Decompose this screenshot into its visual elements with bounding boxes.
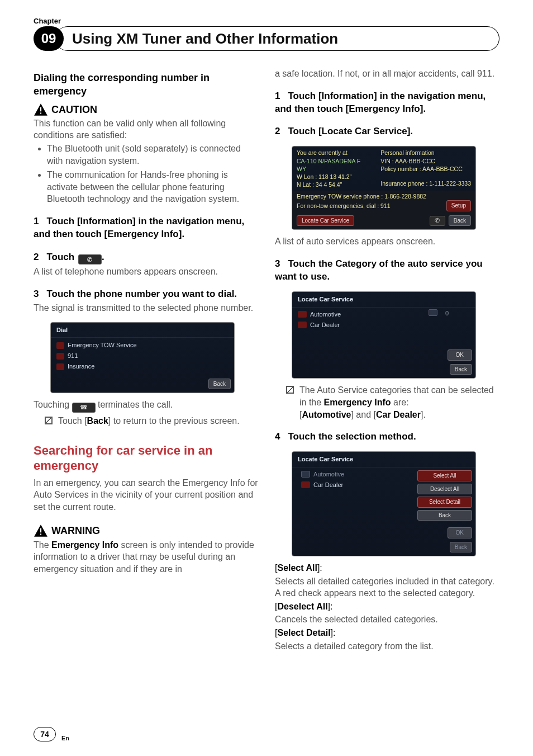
note-back-text: Touch [Back] to return to the previous s… bbox=[58, 415, 240, 427]
txt-bold: Select Detail bbox=[277, 628, 330, 637]
caution-bullets: The Bluetooth unit (sold separately) is … bbox=[34, 143, 258, 205]
chapter-title: Using XM Tuner and Other Information bbox=[72, 30, 338, 48]
caution-label: CAUTION bbox=[51, 103, 97, 116]
ss-locate2-list: Automotive Car Dealer bbox=[292, 467, 414, 525]
left-column: Dialing the corresponding number in emer… bbox=[34, 67, 258, 653]
svg-rect-1 bbox=[40, 107, 41, 111]
ss-locate1-footer2: Back bbox=[292, 364, 475, 379]
after-ss-info: A list of auto services appears onscreen… bbox=[275, 235, 499, 248]
caution-header: CAUTION bbox=[34, 103, 258, 116]
ss-locate1-title: Locate Car Service bbox=[292, 292, 475, 308]
step-text: Touch the Category of the auto service y… bbox=[275, 258, 483, 282]
ss-dial-item: 911 bbox=[68, 352, 78, 360]
content-columns: Dialing the corresponding number in emer… bbox=[34, 67, 499, 653]
ss-line: Insurance phone : 1-111-222-3333 bbox=[380, 179, 471, 187]
phone-icon: ✆ bbox=[430, 216, 445, 226]
ss-back-button: Back bbox=[417, 510, 472, 521]
note-back: Touch [Back] to return to the previous s… bbox=[34, 415, 258, 427]
step-text-b: . bbox=[102, 252, 104, 262]
ss-ok-button: OK bbox=[448, 349, 472, 361]
ss-dial-row: 911 bbox=[51, 351, 234, 361]
step-text-a: Touch bbox=[46, 252, 77, 262]
touching-b: terminates the call. bbox=[96, 400, 173, 409]
after-step3: The signal is transmitted to the selecte… bbox=[34, 302, 258, 314]
svg-rect-4 bbox=[40, 528, 41, 533]
txt-bold: Car Dealer bbox=[376, 410, 421, 419]
txt: Touch [ bbox=[58, 416, 87, 426]
step-text: Touch the selection method. bbox=[288, 431, 416, 442]
ss-dial-row: Insurance bbox=[51, 361, 234, 372]
ss-setup-button: Setup bbox=[446, 200, 471, 211]
step-text: Touch the phone number you want to dial. bbox=[46, 289, 237, 299]
svg-rect-2 bbox=[40, 112, 41, 114]
ss-cat-label: Car Dealer bbox=[313, 481, 343, 489]
ss-back-button: Back bbox=[450, 364, 472, 375]
step-number: 1 bbox=[275, 91, 280, 101]
right-step-2: 2Touch [Locate Car Service]. bbox=[275, 125, 499, 138]
svg-rect-5 bbox=[40, 534, 41, 535]
ss-line: CA-110 N/PASADENA F bbox=[297, 157, 372, 165]
txt: The bbox=[34, 540, 51, 550]
note-marker-icon bbox=[45, 417, 53, 424]
txt-bold: Select All bbox=[277, 563, 317, 573]
after-step2: A list of telephone numbers appears onsc… bbox=[34, 266, 258, 278]
section-search-car-service: Searching for car service in an emergenc… bbox=[34, 443, 258, 474]
ss-line: W Lon : 118 13 41.2" bbox=[297, 173, 372, 181]
txt-bold: Emergency Info bbox=[51, 540, 118, 550]
right-step-1: 1Touch [Information] in the navigation m… bbox=[275, 90, 499, 116]
ss-info-left: You are currently at CA-110 N/PASADENA F… bbox=[292, 147, 376, 191]
ss-info-right: Personal information VIN : AAA-BBB-CCC P… bbox=[376, 147, 475, 191]
warning-continuation: a safe location. If not, or in all major… bbox=[275, 68, 499, 80]
def-select-all-label: [Select All]: bbox=[275, 562, 499, 574]
ss-line: VIN : AAA-BBB-CCC bbox=[380, 157, 471, 165]
caution-icon bbox=[34, 103, 48, 116]
ss-locate2-title: Locate Car Service bbox=[292, 452, 475, 467]
screenshot-dial: Dial Emergency TOW Service 911 Insurance… bbox=[50, 322, 235, 394]
list-marker-icon bbox=[56, 342, 64, 349]
note-marker-icon bbox=[286, 386, 294, 394]
ss-dial-footer: Back bbox=[51, 376, 234, 393]
ss-cat-label: Automotive bbox=[313, 470, 344, 479]
left-step-3: 3Touch the phone number you want to dial… bbox=[34, 288, 258, 301]
list-marker-icon bbox=[56, 353, 64, 360]
list-marker-icon bbox=[56, 363, 64, 370]
step-number: 2 bbox=[275, 126, 280, 136]
step-number: 2 bbox=[34, 252, 39, 262]
ss-cat-row: Car Dealer bbox=[292, 320, 425, 330]
def-select-all-text: Selects all detailed categories included… bbox=[275, 575, 499, 599]
def-deselect-all-text: Cancels the selected detailed categories… bbox=[275, 613, 499, 626]
ss-back-button: Back bbox=[449, 215, 471, 226]
ss-locate2-footer: OK bbox=[292, 525, 475, 542]
txt: ] and [ bbox=[351, 410, 375, 419]
step-number: 4 bbox=[275, 431, 280, 442]
page-footer: 74 En bbox=[34, 727, 69, 741]
ss-line: You are currently at bbox=[297, 149, 372, 157]
txt-bold: Automotive bbox=[302, 410, 351, 419]
note-categories: The Auto Service categories that can be … bbox=[275, 384, 499, 420]
warning-text: The Emergency Info screen is only intend… bbox=[34, 539, 258, 575]
chapter-label: Chapter bbox=[34, 17, 499, 25]
txt-bold: Deselect All bbox=[277, 602, 327, 611]
subsection-dialing: Dialing the corresponding number in emer… bbox=[34, 71, 258, 98]
ss-locate-button: Locate Car Service bbox=[297, 215, 354, 226]
touching-line: Touching ☎ terminates the call. bbox=[34, 399, 258, 413]
warning-label: WARNING bbox=[51, 524, 100, 537]
category-icon bbox=[301, 471, 310, 478]
ss-line: Policy number : AAA-BBB-CCC bbox=[380, 165, 471, 173]
def-deselect-all-label: [Deselect All]: bbox=[275, 601, 499, 613]
ss-cat-row: Car Dealer bbox=[296, 480, 411, 490]
ss-dial-item: Emergency TOW Service bbox=[68, 341, 137, 349]
ss-dial-row: Emergency TOW Service bbox=[51, 340, 234, 351]
ss-line: WY bbox=[297, 165, 372, 173]
warning-icon bbox=[34, 524, 48, 537]
category-icon bbox=[298, 311, 307, 318]
ss-back-button: Back bbox=[450, 542, 472, 553]
ss-info-tow: Emergency TOW service phone : 1-866-228-… bbox=[292, 191, 475, 213]
screenshot-emergency-info: You are currently at CA-110 N/PASADENA F… bbox=[292, 146, 476, 230]
note-categories-text: The Auto Service categories that can be … bbox=[299, 384, 499, 420]
ss-cat-row: Automotive bbox=[292, 309, 425, 320]
step-text: Touch [Information] in the navigation me… bbox=[275, 91, 486, 114]
flag-icon bbox=[429, 309, 437, 316]
ss-cat-row: Automotive bbox=[296, 469, 411, 480]
ss-line: For non-tow emergencies, dial : 911 bbox=[297, 202, 391, 210]
